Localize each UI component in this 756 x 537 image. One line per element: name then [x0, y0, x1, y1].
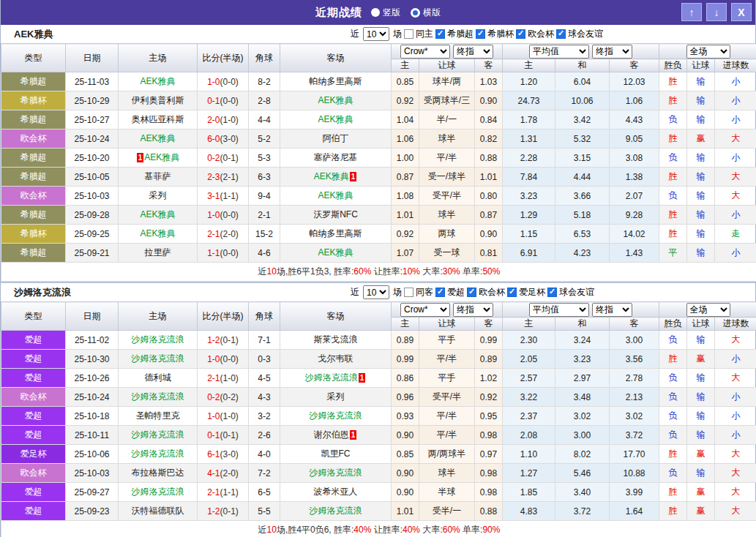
team-text: 沙姆洛克流浪 — [132, 334, 184, 345]
avg-draw-cell: 3.42 — [555, 110, 610, 129]
team-text: 沃罗斯NFC — [313, 209, 358, 219]
section-team-1: AEK雅典 近10场同主希腊超希腊杯欧会杯球会友谊 类型 日期 主场 比分(半场… — [1, 25, 755, 282]
average-select[interactable]: 平均值 — [529, 303, 589, 317]
near-label: 近 — [351, 286, 359, 298]
avg-home-cell: 1.10 — [503, 445, 555, 464]
away-team-cell: 帕纳多里高斯 — [280, 72, 392, 91]
col-date: 日期 — [66, 44, 119, 72]
same-venue-checkbox[interactable] — [404, 29, 413, 39]
result-handicap-cell: 输 — [687, 244, 715, 263]
avg-home-cell: 3.22 — [503, 388, 555, 407]
col-avg-draw: 和 — [555, 318, 610, 331]
avg-home-cell: 1.78 — [503, 110, 555, 129]
same-venue-checkbox[interactable] — [404, 288, 413, 297]
handicap-cell: 两/两球半 — [419, 445, 475, 464]
match-row: 希腊超25-11-03AEK雅典1-0(0-0)8-2帕纳多里高斯0.85球半/… — [1, 72, 756, 91]
half-score: (1-1) — [220, 191, 239, 201]
away-team-cell: 戈尔韦联 — [280, 350, 392, 369]
odds-home-cell: 1.07 — [392, 244, 419, 263]
type-cell: 希腊超 — [1, 206, 66, 225]
avg-away-cell: 3.99 — [610, 483, 659, 502]
result-goals-cell: 大 — [715, 464, 756, 483]
bookmaker-select[interactable]: Crow* — [400, 303, 450, 317]
odds-home-cell: 0.93 — [392, 407, 419, 426]
result-handicap-cell: 输 — [687, 426, 715, 445]
avg-home-cell: 2.08 — [503, 426, 555, 445]
result-goals-cell: 大 — [715, 445, 756, 464]
col-home: 主场 — [119, 302, 198, 331]
red-card-badge: 1 — [350, 430, 357, 440]
corner-cell: 2-8 — [249, 91, 280, 110]
matches-table: 类型 日期 主场 比分(半场) 角球 客场 Crow*终指 平均值终指 全场 — [1, 301, 756, 537]
half-score: (2-1) — [220, 172, 239, 182]
score-cell: 1-0(0-0) — [198, 350, 249, 369]
average-select[interactable]: 平均值 — [529, 45, 589, 59]
summary-segment: 场,胜4平0负6, 胜率: — [277, 525, 353, 535]
odds-away-cell: 1.01 — [475, 168, 503, 187]
score-cell: 1-0(0-0) — [198, 72, 249, 91]
half-score: (0-0) — [220, 354, 239, 364]
result-goals-cell: 小 — [715, 407, 756, 426]
team-text: 沙姆洛克流浪 — [132, 353, 184, 364]
corner-cell: 4-0 — [249, 445, 280, 464]
team-text: 沙姆洛克流浪 — [305, 372, 358, 383]
bookmaker-select[interactable]: Crow* — [400, 45, 450, 59]
summary-segment: 让胜率: — [371, 525, 403, 535]
result-winloss-cell: 负 — [659, 407, 687, 426]
away-team-cell: AEK雅典 — [280, 244, 392, 263]
handicap-cell: 受平/半 — [419, 187, 475, 206]
date-cell: 25-09-28 — [66, 206, 119, 225]
avg-draw-cell: 3.40 — [555, 483, 610, 502]
move-down-button[interactable]: ↓ — [706, 3, 727, 21]
league-checkbox-球会友谊[interactable] — [556, 29, 566, 39]
league-checkbox-爱超[interactable] — [435, 288, 445, 297]
date-cell: 25-10-27 — [66, 110, 119, 129]
odds-source-header: Crow*终指 — [392, 44, 503, 59]
layout-radio-竖版[interactable]: 竖版 — [371, 7, 400, 19]
league-checkbox-欧会杯[interactable] — [467, 288, 476, 297]
match-row: 爱超25-10-18圣帕特里克1-0(1-0)3-2沙姆洛克流浪0.93平/半0… — [1, 407, 756, 426]
odds-time-select[interactable]: 终指 — [453, 45, 493, 59]
red-card-badge: 1 — [359, 373, 366, 383]
date-cell: 25-10-18 — [66, 407, 119, 426]
filter-controls: 近10场同主希腊超希腊杯欧会杯球会友谊 — [351, 27, 603, 41]
league-checkbox-欧会杯[interactable] — [516, 29, 525, 39]
scope-select[interactable]: 全场 — [686, 303, 730, 317]
close-button[interactable]: X — [731, 3, 752, 21]
scope-select[interactable]: 全场 — [686, 45, 730, 59]
move-up-button[interactable]: ↑ — [681, 3, 702, 21]
team-text: AEK雅典 — [314, 171, 349, 181]
odds-time-select[interactable]: 终指 — [453, 303, 493, 317]
summary-segment: 10 — [267, 266, 277, 277]
half-score: (0-1) — [220, 335, 239, 345]
result-winloss-cell: 负 — [659, 369, 687, 388]
team-text: 塞萨洛尼基 — [314, 152, 358, 162]
team-text: 采列 — [327, 391, 345, 402]
col-odds-home: 主 — [392, 318, 419, 331]
avg-away-cell: 3.08 — [610, 149, 659, 168]
league-checkbox-爱足杯[interactable] — [507, 288, 517, 297]
recent-count-select[interactable]: 10 — [363, 285, 389, 299]
result-winloss-cell: 负 — [659, 464, 687, 483]
odds-away-cell: 0.88 — [475, 502, 503, 521]
summary-segment: 40% — [403, 525, 420, 535]
average-time-select[interactable]: 终指 — [592, 303, 632, 317]
team-text: AEK雅典 — [140, 133, 175, 143]
match-row: 爱超25-09-23沃特福德联队1-2(0-1)5-5沙姆洛克流浪1.01受半/… — [1, 502, 756, 521]
final-score: 1-0 — [207, 354, 220, 364]
result-goals-cell: 小 — [715, 72, 756, 91]
league-checkbox-球会友谊[interactable] — [547, 288, 557, 297]
recent-count-select[interactable]: 10 — [363, 27, 389, 41]
odds-away-cell: 0.89 — [475, 350, 503, 369]
away-team-cell: 沙姆洛克流浪 — [280, 502, 392, 521]
result-handicap-cell: 输 — [687, 206, 715, 225]
summary-segment: 让胜率: — [371, 266, 403, 277]
corner-cell: 5-3 — [249, 149, 280, 168]
average-time-select[interactable]: 终指 — [592, 45, 632, 59]
col-home: 主场 — [119, 44, 198, 72]
league-checkbox-希腊杯[interactable] — [476, 29, 485, 39]
league-label: 希腊杯 — [487, 28, 514, 40]
layout-radio-横版[interactable]: 横版 — [411, 7, 441, 19]
home-team-cell: 基菲萨 — [119, 168, 198, 187]
league-checkbox-希腊超[interactable] — [435, 29, 445, 39]
